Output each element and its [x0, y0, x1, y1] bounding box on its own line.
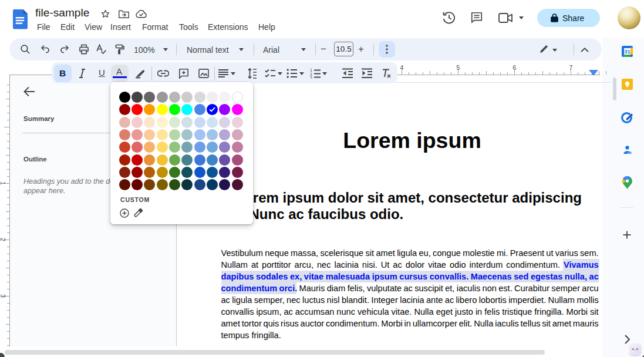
svg-text:31: 31 [624, 48, 630, 55]
svg-text:3: 3 [310, 76, 312, 79]
